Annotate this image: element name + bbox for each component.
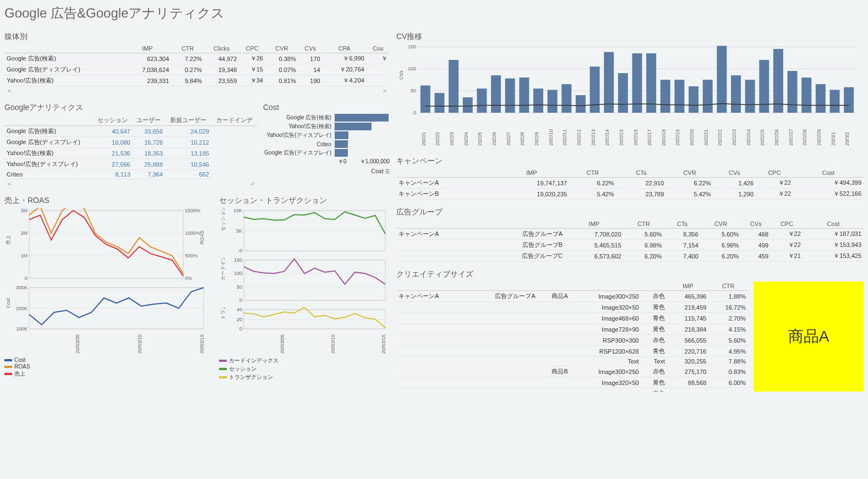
campaign-heading: キャンペーン	[396, 156, 864, 166]
svg-text:200K: 200K	[16, 306, 28, 311]
creative-heading: クリエイティブサイズ	[396, 269, 864, 279]
table-row[interactable]: Google 広告(ディスプレイ)18,08016,72610,212	[4, 137, 258, 148]
svg-text:0: 0	[239, 248, 242, 254]
svg-text:20/2/29: 20/2/29	[816, 129, 822, 146]
table-row[interactable]: キャンペーンA広告グループA商品AImage300×250赤色465,3961.…	[396, 291, 748, 302]
svg-text:300K: 300K	[16, 285, 28, 290]
svg-rect-110	[745, 80, 755, 113]
table-row[interactable]: TextText320,2557.88%	[396, 357, 748, 366]
table-row[interactable]: Yahoo!広告(ディスプレイ)27,66625,88810,546	[4, 159, 258, 170]
svg-rect-104	[703, 80, 713, 113]
svg-rect-106	[717, 46, 727, 113]
svg-rect-114	[773, 49, 783, 113]
svg-rect-86	[576, 95, 586, 113]
ga-heading: Googleアナリティクス	[4, 103, 258, 113]
table-row[interactable]: Yahoo!広告(検索)239,3319.84%23,559￥340.81%19…	[4, 75, 390, 86]
svg-rect-72	[477, 89, 487, 113]
svg-text:2M: 2M	[20, 230, 28, 236]
campaign-table[interactable]: IMPCTRCTsCVRCVsCPCCostキャンペーンA19,747,1376…	[396, 168, 864, 200]
legend-item: セッション	[219, 365, 395, 373]
svg-text:20/03/05: 20/03/05	[75, 334, 80, 354]
svg-text:20/03/15: 20/03/15	[381, 334, 386, 354]
svg-rect-64	[421, 85, 430, 113]
baitai-heading: 媒体別	[4, 32, 390, 42]
svg-text:20: 20	[237, 317, 242, 322]
svg-text:20/2/16: 20/2/16	[633, 129, 638, 146]
svg-text:20/2/1: 20/2/1	[421, 132, 427, 146]
svg-rect-116	[788, 71, 798, 113]
svg-rect-88	[590, 67, 600, 113]
svg-rect-124	[844, 87, 854, 113]
svg-text:0: 0	[239, 298, 242, 303]
svg-rect-118	[801, 78, 811, 113]
svg-text:150: 150	[234, 257, 242, 263]
svg-text:20/2/20: 20/2/20	[689, 129, 695, 146]
svg-rect-98	[660, 80, 670, 113]
svg-rect-76	[505, 79, 515, 113]
legend-item: カードインデックス	[219, 357, 395, 365]
table-row[interactable]: キャンペーンA広告グループA7,708,0205.60%8,3565.60%46…	[396, 229, 864, 240]
creative-table[interactable]: IMPCTRキャンペーンA広告グループA商品AImage300×250赤色465…	[396, 282, 748, 392]
page-title: Google 広告&Googleアナリティクス	[4, 4, 864, 22]
baitai-table[interactable]: IMPCTRClicksCPCCVRCVsCPACosGoogle 広告(検索)…	[4, 44, 390, 86]
table-row[interactable]: Google 広告(ディスプレイ)7,038,6240.27%19,348￥15…	[4, 64, 390, 75]
table-row[interactable]: Google 広告(検索)40,64733,65624,029	[4, 126, 258, 137]
svg-rect-120	[816, 84, 826, 113]
ga-table[interactable]: セッションユーザー新規ユーザーカードインデGoogle 広告(検索)40,647…	[4, 115, 258, 179]
svg-text:20/2/25: 20/2/25	[760, 129, 765, 146]
svg-text:20/2/24: 20/2/24	[746, 129, 751, 146]
hscroll[interactable]: <>	[4, 86, 390, 95]
table-row[interactable]: RSP300×300赤色566,0555.60%	[396, 335, 748, 346]
svg-rect-80	[533, 89, 543, 113]
svg-text:20/2/21: 20/2/21	[703, 129, 709, 146]
svg-rect-108	[731, 75, 741, 113]
cv-bar-chart: CVs05010015020/2/120/2/220/2/320/2/420/2…	[396, 44, 859, 148]
svg-text:40: 40	[237, 307, 242, 312]
svg-text:150: 150	[408, 44, 416, 49]
svg-rect-78	[519, 78, 529, 113]
legend-item: Cost	[4, 357, 214, 363]
svg-text:20/03/10: 20/03/10	[137, 334, 143, 354]
table-row[interactable]: キャンペーンB19,020,2355.42%23,7895.42%1,290￥2…	[396, 189, 864, 200]
svg-text:10K: 10K	[233, 208, 242, 213]
table-row[interactable]: RSP1200×628青色220,7164.95%	[396, 346, 748, 357]
session-heading: セッション・トランザクション	[219, 196, 395, 206]
legend-item: ROAS	[4, 364, 214, 370]
cost-heading: Cost	[263, 103, 395, 112]
svg-rect-43	[244, 260, 385, 300]
svg-rect-68	[449, 60, 458, 113]
cost-line-chart: Cost100K200K300K20/03/0520/03/1020/03/15	[4, 285, 208, 356]
sales-heading: 売上・ROAS	[4, 196, 214, 206]
table-row[interactable]: 広告グループC6,573,6026.20%7,4006.20%459￥21￥15…	[396, 251, 864, 262]
table-row[interactable]: Image728×90黄色218,3844.15%	[396, 324, 748, 335]
svg-text:20/2/26: 20/2/26	[774, 129, 779, 146]
svg-text:20/2/28: 20/2/28	[802, 129, 807, 146]
svg-text:セッション: セッション	[220, 208, 226, 231]
cv-heading: CV推移	[396, 32, 864, 42]
svg-text:50: 50	[237, 284, 242, 290]
table-row[interactable]: Yahoo!広告(検索)21,53618,35313,185	[4, 148, 258, 159]
svg-text:20/03/15: 20/03/15	[199, 334, 205, 354]
hscroll[interactable]: <>	[4, 179, 258, 188]
svg-text:Cost: Cost	[6, 298, 11, 308]
table-row[interactable]: Google 広告(検索)623,3047.22%44,972￥260.38%1…	[4, 53, 390, 64]
baitai-panel: 媒体別 IMPCTRClicksCPCCVRCVsCPACosGoogle 広告…	[4, 29, 390, 95]
table-row[interactable]: 広告グループB5,465,5156.98%7,1546.98%499￥22￥15…	[396, 240, 864, 251]
svg-text:20/03/10: 20/03/10	[330, 334, 336, 354]
table-row[interactable]: Image320×50黄色219,45916.72%	[396, 302, 748, 313]
svg-text:20/2/17: 20/2/17	[647, 129, 652, 146]
svg-text:20/2/13: 20/2/13	[591, 129, 596, 146]
svg-text:20/2/22: 20/2/22	[717, 129, 723, 146]
table-row[interactable]: Criteo8,1137,364662	[4, 170, 258, 179]
svg-text:トランザクション: トランザクション	[220, 307, 226, 320]
svg-text:20/2/2: 20/2/2	[435, 132, 440, 146]
table-row[interactable]: Image468×60青色115,7452.70%	[396, 313, 748, 324]
svg-text:20/2/12: 20/2/12	[576, 129, 582, 146]
table-row[interactable]: 商品BImage300×250赤色275,1700.83%	[396, 366, 748, 377]
adgroup-table[interactable]: IMPCTRCTsCVRCVsCPCCostキャンペーンA広告グループA7,70…	[396, 219, 864, 262]
table-row[interactable]: Image468×60青色247,6913.52%	[396, 388, 748, 392]
table-row[interactable]: Image320×50黄色88,5686.00%	[396, 377, 748, 388]
svg-text:20/2/3: 20/2/3	[449, 132, 455, 146]
cardindex-chart: カードインデックス050100150	[219, 257, 390, 307]
table-row[interactable]: キャンペーンA19,747,1376.22%22,9106.22%1,426￥2…	[396, 178, 864, 189]
